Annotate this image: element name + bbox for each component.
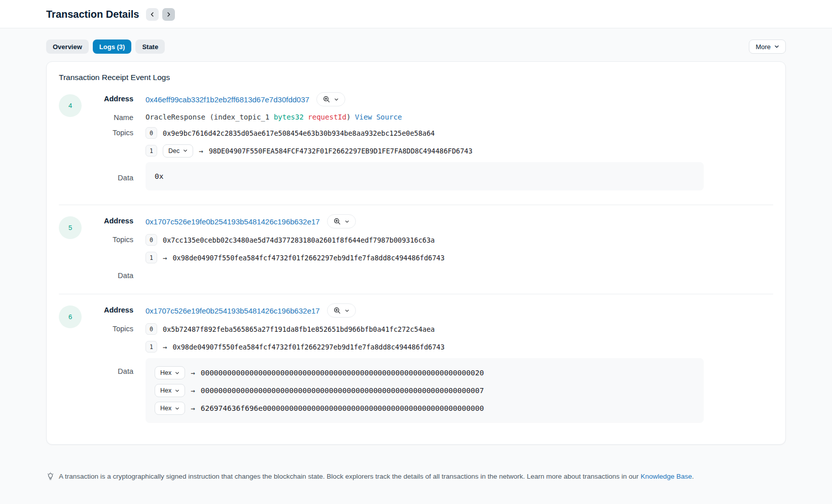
chevron-down-icon <box>345 308 349 313</box>
tab-state[interactable]: State <box>135 40 165 54</box>
topic-row: 00x5b72487f892feba565865a27f191da8fb1e85… <box>146 322 773 336</box>
chevron-down-icon <box>774 44 779 49</box>
address-link[interactable]: 0x1707c526e19fe0b254193b5481426c196b632e… <box>146 217 320 226</box>
field-value: OracleResponse (index_topic_1 bytes32 re… <box>146 111 773 121</box>
tabs-row: Overview Logs (3) State More <box>46 40 786 54</box>
data-format-select-label: Hex <box>160 387 171 394</box>
topic-value: 98DE04907F550FEA584FCF4732F01F2662297EB9… <box>209 147 473 155</box>
log-entry: 4Address0x46eff99cab332f1b2eb2ff6813d67e… <box>59 92 773 190</box>
field-value: 0x <box>146 162 773 190</box>
event-logs-card: Transaction Receipt Event Logs 4Address0… <box>46 61 786 445</box>
topic-value: 0x7cc135e0cebb02c3480ae5d74d377283180a26… <box>163 236 435 244</box>
arrow-right-icon: → <box>191 386 195 395</box>
chevron-left-icon <box>150 12 155 17</box>
data-value: 626974636f696e00000000000000000000000000… <box>201 404 484 412</box>
event-name: OracleResponse (index_topic_1 bytes32 re… <box>146 111 773 121</box>
data-format-select-label: Hex <box>160 405 171 412</box>
data-format-select[interactable]: Hex <box>155 366 185 379</box>
log-index-badge: 6 <box>59 305 82 328</box>
data-box: 0x <box>146 162 704 190</box>
arrow-right-icon: → <box>191 404 195 412</box>
next-transaction-button[interactable] <box>162 8 175 21</box>
topics-stack: 00x5b72487f892feba565865a27f191da8fb1e85… <box>146 322 773 354</box>
topic-index-badge: 1 <box>146 341 157 353</box>
field-value: Hex→000000000000000000000000000000000000… <box>146 358 773 423</box>
page-footer: A transaction is a cryptographically sig… <box>0 472 832 481</box>
chevron-down-icon <box>345 219 349 224</box>
chevron-down-icon <box>175 406 179 411</box>
log-fields: Address0x1707c526e19fe0b254193b5481426c1… <box>82 303 773 423</box>
topics-stack: 00x7cc135e0cebb02c3480ae5d74d377283180a2… <box>146 233 773 264</box>
event-signature-prefix: OracleResponse (index_topic_1 <box>146 113 274 121</box>
log-index-badge: 4 <box>59 94 82 117</box>
arrow-right-icon: → <box>191 369 195 377</box>
chevron-down-icon <box>334 97 339 102</box>
lightbulb-icon <box>46 472 55 481</box>
topic-row: 00x9e9bc7616d42c2835d05ae617e508454e63b3… <box>146 126 773 140</box>
log-entry: 6Address0x1707c526e19fe0b254193b5481426c… <box>59 303 773 423</box>
log-fields: Address0x1707c526e19fe0b254193b5481426c1… <box>82 214 773 280</box>
field-label: Topics <box>82 126 133 137</box>
logs-list: 4Address0x46eff99cab332f1b2eb2ff6813d67e… <box>59 92 773 423</box>
tab-overview[interactable]: Overview <box>46 40 89 54</box>
field-label: Data <box>82 358 133 375</box>
event-param-type: bytes32 <box>274 113 304 121</box>
more-dropdown-button[interactable]: More <box>749 40 786 54</box>
magnifier-plus-icon <box>334 218 341 225</box>
address-zoom-button[interactable] <box>316 92 345 106</box>
field-label: Data <box>82 171 133 182</box>
address-line: 0x46eff99cab332f1b2eb2ff6813d67e7d30fdd0… <box>146 92 773 106</box>
topic-index-badge: 0 <box>146 323 157 335</box>
data-row: Hex→000000000000000000000000000000000000… <box>155 366 695 379</box>
log-divider <box>59 294 773 294</box>
knowledge-base-link[interactable]: Knowledge Base <box>640 473 692 480</box>
arrow-right-icon: → <box>199 147 203 155</box>
topic-index-badge: 1 <box>146 145 157 157</box>
page-title: Transaction Details <box>46 9 139 20</box>
field-label: Topics <box>82 233 133 244</box>
topic-format-select[interactable]: Dec <box>163 144 193 158</box>
topic-format-select-label: Dec <box>168 147 179 154</box>
field-value: 0x1707c526e19fe0b254193b5481426c196b632e… <box>146 303 773 318</box>
page-header: Transaction Details <box>0 0 832 28</box>
data-format-select[interactable]: Hex <box>155 402 185 415</box>
view-source-link[interactable]: View Source <box>355 113 402 121</box>
field-value: 0x1707c526e19fe0b254193b5481426c196b632e… <box>146 214 773 228</box>
chevron-down-icon <box>175 371 179 375</box>
field-label: Topics <box>82 322 133 333</box>
log-divider <box>59 205 773 205</box>
field-value: 00x9e9bc7616d42c2835d05ae617e508454e63b3… <box>146 126 773 158</box>
data-value: 0000000000000000000000000000000000000000… <box>201 386 484 395</box>
event-signature-close: ) <box>346 113 355 121</box>
tab-logs[interactable]: Logs (3) <box>93 40 132 54</box>
address-link[interactable]: 0x1707c526e19fe0b254193b5481426c196b632e… <box>146 306 320 315</box>
field-row: Address0x1707c526e19fe0b254193b5481426c1… <box>82 303 773 318</box>
field-value: 0x46eff99cab332f1b2eb2ff6813d67e7d30fdd0… <box>146 92 773 106</box>
topic-value: 0x5b72487f892feba565865a27f191da8fb1e852… <box>163 325 435 333</box>
topic-value: 0x98de04907f550fea584fcf4732f01f2662297e… <box>172 343 444 351</box>
log-fields: Address0x46eff99cab332f1b2eb2ff6813d67e7… <box>82 92 773 190</box>
field-label: Data <box>82 269 133 280</box>
data-format-select-label: Hex <box>160 369 171 376</box>
address-line: 0x1707c526e19fe0b254193b5481426c196b632e… <box>146 303 773 318</box>
address-link[interactable]: 0x46eff99cab332f1b2eb2ff6813d67e7d30fdd0… <box>146 95 309 104</box>
topic-row: 1→0x98de04907f550fea584fcf4732f01f266229… <box>146 251 773 264</box>
log-entry: 5Address0x1707c526e19fe0b254193b5481426c… <box>59 214 773 280</box>
log-index-badge: 5 <box>59 216 82 239</box>
topic-index-badge: 1 <box>146 252 157 263</box>
field-row: Address0x46eff99cab332f1b2eb2ff6813d67e7… <box>82 92 773 106</box>
data-row: 0x <box>155 170 695 182</box>
field-label: Address <box>82 303 133 314</box>
field-label: Address <box>82 92 133 103</box>
chevron-down-icon <box>183 148 188 153</box>
data-format-select[interactable]: Hex <box>155 384 185 397</box>
prev-transaction-button[interactable] <box>146 8 159 21</box>
address-zoom-button[interactable] <box>327 214 356 228</box>
address-zoom-button[interactable] <box>327 303 356 318</box>
data-value: 0000000000000000000000000000000000000000… <box>201 369 484 377</box>
data-row: Hex→626974636f696e0000000000000000000000… <box>155 402 695 415</box>
topic-row: 1→0x98de04907f550fea584fcf4732f01f266229… <box>146 340 773 354</box>
field-label: Address <box>82 214 133 225</box>
arrow-right-icon: → <box>163 343 167 351</box>
field-row: Data0x <box>82 162 773 190</box>
